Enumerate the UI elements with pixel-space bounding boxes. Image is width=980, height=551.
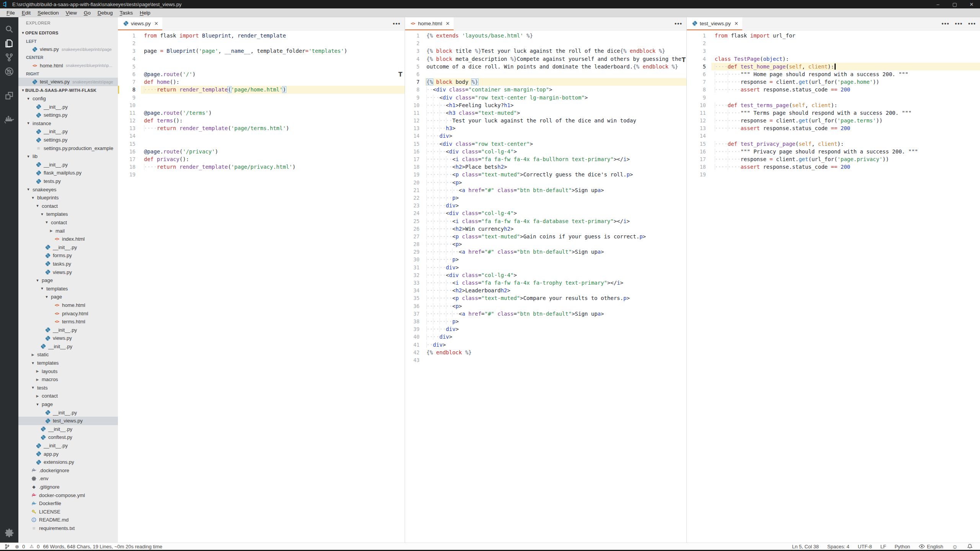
status-feedback-smiley[interactable]: ☺	[952, 543, 958, 550]
tree-item-__init__.py[interactable]: __init__.py	[18, 442, 118, 450]
menu-file[interactable]: File	[3, 10, 18, 16]
tree-item-views.py[interactable]: views.py	[18, 334, 118, 342]
tree-item-mail[interactable]: ▶mail	[18, 227, 118, 235]
tree-item-templates[interactable]: ▼templates	[18, 359, 118, 367]
status-python[interactable]: Python	[895, 544, 910, 549]
tree-item-contact[interactable]: ▶contact	[18, 392, 118, 400]
tab-home.html[interactable]: <>home.html✕	[405, 17, 454, 30]
menu-debug[interactable]: Debug	[94, 10, 116, 16]
menu-go[interactable]: Go	[80, 10, 94, 16]
tab-views.py[interactable]: views.py✕	[118, 17, 162, 30]
tab-test_views.py[interactable]: test_views.py✕	[687, 17, 742, 30]
tree-item-__init__.py[interactable]: __init__.py	[18, 161, 118, 169]
close-icon[interactable]: ✕	[734, 21, 738, 26]
files-icon[interactable]	[0, 36, 18, 50]
close-icon[interactable]: ✕	[446, 21, 450, 26]
tree-item-config[interactable]: ▼config	[18, 95, 118, 103]
tree-item-tests[interactable]: ▼tests	[18, 384, 118, 392]
maximize-button[interactable]: ▢	[946, 0, 963, 8]
tree-item-macros[interactable]: ▶macros	[18, 375, 118, 384]
tree-item-__init__.py[interactable]: __init__.py	[18, 326, 118, 334]
status-git-branch[interactable]	[4, 544, 10, 549]
status-utf-8[interactable]: UTF-8	[858, 544, 872, 549]
tree-item-extensions.py[interactable]: extensions.py	[18, 458, 118, 466]
code-editor[interactable]: 1from flask import Blueprint, render_tem…	[118, 31, 405, 542]
menu-edit[interactable]: Edit	[18, 10, 34, 16]
tree-item-settings.py[interactable]: settings.py	[18, 136, 118, 144]
status-ln-5[interactable]: Ln 5, Col 38	[792, 544, 819, 549]
search-icon[interactable]	[0, 22, 18, 36]
tree-item-flask_mailplus.py[interactable]: flask_mailplus.py	[18, 169, 118, 177]
tree-item-__init__.py[interactable]: __init__.py	[18, 127, 118, 136]
more-actions-button[interactable]: •••	[675, 20, 683, 27]
docker-icon[interactable]	[0, 112, 18, 127]
menu-help[interactable]: Help	[136, 10, 154, 16]
tree-item-page[interactable]: ▼page	[18, 400, 118, 409]
tree-item-templates[interactable]: ▼templates	[18, 284, 118, 293]
tree-item-views.py[interactable]: views.py	[18, 268, 118, 276]
more-actions-button[interactable]: •••	[968, 20, 976, 27]
status-spaces-4[interactable]: Spaces: 4	[827, 544, 849, 549]
tree-item-contact[interactable]: ▼contact	[18, 202, 118, 210]
tree-item-static[interactable]: ▶static	[18, 350, 118, 359]
extensions-icon[interactable]	[0, 88, 18, 103]
menu-tasks[interactable]: Tasks	[116, 10, 136, 16]
tree-item-__init__.py[interactable]: __init__.py	[18, 243, 118, 251]
status-warning[interactable]: ⚠0	[28, 544, 39, 549]
tree-item-blueprints[interactable]: ▼blueprints	[18, 194, 118, 202]
code-editor[interactable]: 1{% extends 'layouts/base.html' %}23{% b…	[405, 31, 686, 542]
tree-item-instance[interactable]: ▼instance	[18, 119, 118, 128]
split-editor-button[interactable]: •••	[955, 20, 963, 27]
tree-item-__init__.py[interactable]: __init__.py	[18, 103, 118, 111]
tree-item-layouts[interactable]: ▶layouts	[18, 367, 118, 375]
minimize-button[interactable]: –	[929, 0, 946, 8]
tree-item-tasks.py[interactable]: tasks.py	[18, 260, 118, 268]
code-editor[interactable]: 1from flask import url_for234class TestP…	[687, 31, 980, 542]
tree-item-__init__.py[interactable]: __init__.py	[18, 408, 118, 417]
close-button[interactable]: ✕	[963, 0, 980, 8]
open-editor-test_views.py[interactable]: test_views.pysnakeeyes\tests\page	[18, 78, 118, 86]
source-control-icon[interactable]	[0, 50, 18, 64]
tree-item-Dockerfile[interactable]: Dockerfile	[18, 499, 118, 508]
more-actions-button[interactable]: •••	[393, 20, 401, 27]
tree-item-index.html[interactable]: <>index.html	[18, 235, 118, 243]
tree-item-lib[interactable]: ▼lib	[18, 152, 118, 161]
tree-item-requirements.txt[interactable]: ≡requirements.txt	[18, 524, 118, 533]
workspace-root-header[interactable]: ▼BUILD-A-SAAS-APP-WITH-FLASK	[18, 86, 118, 95]
tree-item-contact[interactable]: ▼contact	[18, 218, 118, 227]
open-editor-home.html[interactable]: <>home.htmlsnakeeyes\blueprints\p...	[18, 62, 118, 70]
tree-item-__init__.py[interactable]: __init__.py	[18, 342, 118, 351]
tree-item-snakeeyes[interactable]: ▼snakeeyes	[18, 185, 118, 194]
tree-item-terms.html[interactable]: <>terms.html	[18, 318, 118, 326]
status-error[interactable]: ⊗0	[14, 544, 25, 549]
tree-item-settings.py[interactable]: settings.py	[18, 111, 118, 119]
tree-item-app.py[interactable]: app.py	[18, 450, 118, 458]
tree-item-tests.py[interactable]: tests.py	[18, 177, 118, 186]
tree-item-__init__.py[interactable]: __init__.py	[18, 425, 118, 434]
open-editor-views.py[interactable]: views.pysnakeeyes\blueprints\page	[18, 45, 118, 54]
debug-disabled-icon[interactable]	[0, 64, 18, 78]
menu-view[interactable]: View	[62, 10, 80, 16]
close-icon[interactable]: ✕	[154, 21, 158, 26]
tree-item-page[interactable]: ▼page	[18, 293, 118, 301]
tree-item-conftest.py[interactable]: conftest.py	[18, 433, 118, 442]
tree-item-test_views.py[interactable]: test_views.py	[18, 417, 118, 425]
open-editors-header[interactable]: ▼ OPEN EDITORS	[18, 29, 118, 37]
tree-item-forms.py[interactable]: forms.py	[18, 251, 118, 260]
tree-item-settings.py.production_example[interactable]: ≡settings.py.production_example	[18, 144, 118, 152]
tree-item-LICENSE[interactable]: LICENSE	[18, 507, 118, 516]
status-eye[interactable]: English	[918, 544, 943, 549]
status-66-words[interactable]: 66 Words, 648 Chars, 19 Lines, ~0m 20s r…	[43, 544, 162, 549]
menu-selection[interactable]: Selection	[34, 10, 62, 16]
tree-item-.dockerignore[interactable]: .dockerignore	[18, 466, 118, 475]
tree-item-.gitignore[interactable]: ◆.gitignore	[18, 483, 118, 491]
status-bell[interactable]	[967, 544, 973, 549]
tree-item-privacy.html[interactable]: <>privacy.html	[18, 309, 118, 318]
tree-item-.env[interactable]: .env	[18, 474, 118, 483]
tree-item-README.md[interactable]: README.md	[18, 516, 118, 524]
tree-item-home.html[interactable]: <>home.html	[18, 301, 118, 310]
find-in-file-button[interactable]: •••	[942, 20, 950, 27]
tree-item-templates[interactable]: ▼templates	[18, 210, 118, 218]
settings-gear-icon[interactable]	[0, 525, 18, 540]
tree-item-docker-compose.yml[interactable]: docker-compose.yml	[18, 491, 118, 499]
